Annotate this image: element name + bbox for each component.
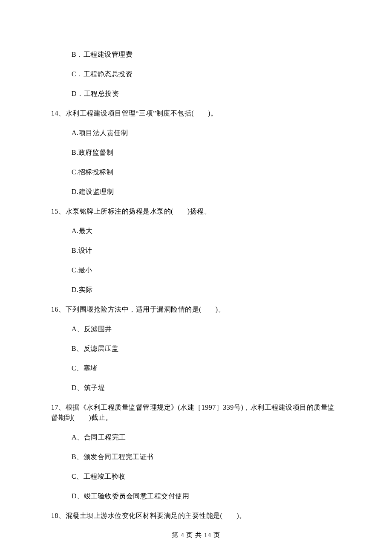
option-b: B．工程建设管理费 xyxy=(72,49,341,60)
page-footer: 第 4 页 共 14 页 xyxy=(0,530,392,540)
question-14: 14、水利工程建设项目管理“三项”制度不包括( )。 xyxy=(51,108,341,119)
question-17: 17、根据《水利工程质量监督管理规定》(水建［1997］339号)，水利工程建设… xyxy=(51,402,341,423)
question-18: 18、混凝土坝上游水位变化区材料要满足的主要性能是( )。 xyxy=(51,511,341,521)
q16-option-d: D、筑子堤 xyxy=(72,383,341,393)
question-16: 16、下列围堰抢险方法中，适用于漏洞险情的是( )。 xyxy=(51,304,341,315)
q14-option-c: C.招标投标制 xyxy=(72,167,341,177)
q14-option-b: B.政府监督制 xyxy=(72,147,341,158)
question-15: 15、水泵铭牌上所标注的扬程是水泵的( )扬程。 xyxy=(51,206,341,217)
q16-option-c: C、塞堵 xyxy=(72,363,341,373)
q16-option-b: B、反滤层压盖 xyxy=(72,344,341,354)
q16-option-a: A、反滤围井 xyxy=(72,324,341,334)
q17-option-b: B、颁发合同工程完工证书 xyxy=(72,452,341,462)
q15-option-c: C.最小 xyxy=(72,265,341,275)
q15-option-b: B.设计 xyxy=(72,246,341,256)
q15-option-a: A.最大 xyxy=(72,226,341,236)
q17-option-c: C、工程竣工验收 xyxy=(72,471,341,482)
option-d: D．工程总投资 xyxy=(72,89,341,99)
q14-option-d: D.建设监理制 xyxy=(72,187,341,197)
q14-option-a: A.项目法人责任制 xyxy=(72,128,341,138)
option-c: C．工程静态总投资 xyxy=(72,69,341,79)
page-content: B．工程建设管理费 C．工程静态总投资 D．工程总投资 14、水利工程建设项目管… xyxy=(0,0,392,521)
q17-option-d: D、竣工验收委员会同意工程交付使用 xyxy=(72,491,341,501)
q17-option-a: A、合同工程完工 xyxy=(72,432,341,442)
q15-option-d: D.实际 xyxy=(72,285,341,295)
